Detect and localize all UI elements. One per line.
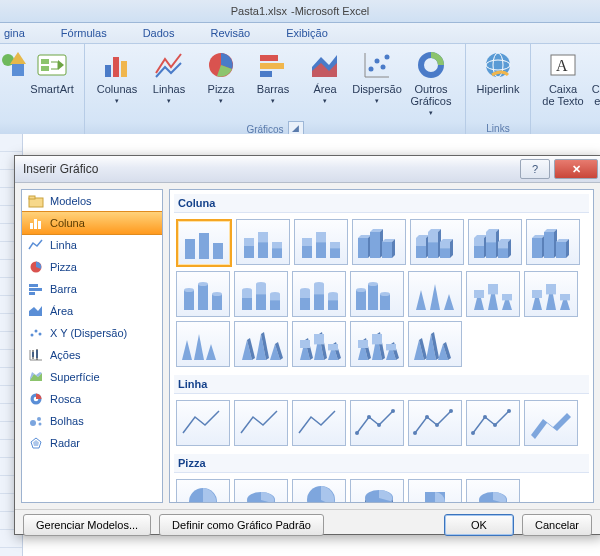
svg-marker-44	[29, 306, 42, 316]
chart-subtype-coluna-18[interactable]	[408, 321, 462, 367]
cancel-button[interactable]: Cancelar	[522, 514, 592, 536]
category-area[interactable]: Área	[22, 300, 162, 322]
svg-rect-137	[300, 290, 310, 298]
svg-rect-164	[560, 294, 570, 300]
hiperlink-button[interactable]: Hiperlink	[472, 46, 524, 95]
svg-point-209	[507, 409, 511, 413]
chart-subtype-coluna-1[interactable]	[236, 219, 290, 265]
barras-button[interactable]: Barras▾	[247, 46, 299, 107]
category-barra[interactable]: Barra	[22, 278, 162, 300]
tab-dados[interactable]: Dados	[139, 25, 179, 41]
dialog-help-button[interactable]: ?	[520, 159, 550, 179]
scatter-chart-icon	[361, 49, 393, 81]
ok-button[interactable]: OK	[444, 514, 514, 536]
category-xy[interactable]: X Y (Dispersão)	[22, 322, 162, 344]
chart-subtype-coluna-7[interactable]	[176, 271, 230, 317]
category-linha[interactable]: Linha	[22, 234, 162, 256]
linhas-button[interactable]: Linhas▾	[143, 46, 195, 107]
colunas-button[interactable]: Colunas▾	[91, 46, 143, 107]
chart-subtype-coluna-9[interactable]	[292, 271, 346, 317]
svg-rect-36	[29, 196, 35, 199]
chart-subtype-pizza-5[interactable]	[466, 479, 520, 503]
outros-graficos-button[interactable]: Outros Gráficos▾	[403, 46, 459, 119]
chart-subtype-pizza-0[interactable]	[176, 479, 230, 503]
dispersao-button[interactable]: Dispersão▾	[351, 46, 403, 107]
chart-gallery[interactable]: Coluna Linha Pizza	[169, 189, 594, 503]
category-modelos[interactable]: Modelos	[22, 190, 162, 212]
dialog-close-button[interactable]: ✕	[554, 159, 598, 179]
chart-subtype-coluna-17[interactable]	[350, 321, 404, 367]
svg-rect-69	[258, 232, 268, 242]
chart-subtype-coluna-12[interactable]	[466, 271, 520, 317]
tab-formulas[interactable]: Fórmulas	[57, 25, 111, 41]
svg-rect-84	[382, 242, 392, 258]
chart-category-list[interactable]: ModelosColunaLinhaPizzaBarraÁreaX Y (Dis…	[21, 189, 163, 503]
svg-rect-77	[330, 242, 340, 248]
category-rosca[interactable]: Rosca	[22, 388, 162, 410]
svg-rect-179	[314, 334, 324, 344]
chart-subtype-linha-6[interactable]	[524, 400, 578, 446]
category-coluna[interactable]: Coluna	[21, 211, 163, 235]
svg-marker-151	[430, 284, 440, 310]
chart-subtype-coluna-16[interactable]	[292, 321, 346, 367]
chart-subtype-coluna-14[interactable]	[176, 321, 230, 367]
category-bolhas[interactable]: Bolhas	[22, 410, 162, 432]
misc-button[interactable]	[0, 46, 26, 83]
category-pizza[interactable]: Pizza	[22, 256, 162, 278]
chart-subtype-coluna-8[interactable]	[234, 271, 288, 317]
category-superficie[interactable]: Superfície	[22, 366, 162, 388]
svg-point-125	[212, 292, 222, 296]
svg-rect-37	[30, 223, 33, 229]
chart-subtype-coluna-2[interactable]	[294, 219, 348, 265]
linha-icon	[28, 237, 44, 253]
chart-subtype-coluna-6[interactable]	[526, 219, 580, 265]
svg-rect-182	[328, 344, 338, 350]
chart-subtype-coluna-10[interactable]	[350, 271, 404, 317]
manage-templates-button[interactable]: Gerenciar Modelos...	[23, 514, 151, 536]
category-acoes[interactable]: Ações	[22, 344, 162, 366]
svg-marker-152	[444, 294, 454, 310]
tab-exibicao[interactable]: Exibição	[282, 25, 332, 41]
svg-point-201	[391, 409, 395, 413]
svg-point-58	[30, 420, 36, 426]
svg-rect-38	[34, 219, 37, 229]
tab-revisao[interactable]: Revisão	[206, 25, 254, 41]
svg-rect-65	[213, 243, 223, 259]
cabecalho-rodape-button[interactable]: Cabeçalho e Rodapé	[589, 46, 600, 107]
svg-point-46	[35, 330, 38, 333]
chart-subtype-pizza-1[interactable]	[234, 479, 288, 503]
svg-point-18	[369, 67, 374, 72]
chart-subtype-linha-1[interactable]	[234, 400, 288, 446]
chart-subtype-coluna-15[interactable]	[234, 321, 288, 367]
smartart-button[interactable]: SmartArt	[26, 46, 78, 95]
chart-subtype-coluna-3[interactable]	[352, 219, 406, 265]
chart-subtype-linha-0[interactable]	[176, 400, 230, 446]
chart-subtype-pizza-3[interactable]	[350, 479, 404, 503]
svg-point-205	[449, 409, 453, 413]
chart-subtype-linha-2[interactable]	[292, 400, 346, 446]
svg-point-145	[356, 288, 366, 292]
set-default-chart-button[interactable]: Definir como Gráfico Padrão	[159, 514, 324, 536]
chart-subtype-pizza-2[interactable]	[292, 479, 346, 503]
chart-subtype-linha-3[interactable]	[350, 400, 404, 446]
chart-subtype-coluna-11[interactable]	[408, 271, 462, 317]
svg-rect-122	[198, 284, 208, 310]
caixa-texto-button[interactable]: A Caixa de Texto	[537, 46, 589, 107]
svg-rect-144	[356, 290, 366, 310]
dialog-titlebar[interactable]: Inserir Gráfico ? ✕	[15, 156, 600, 183]
pizza-button[interactable]: Pizza▾	[195, 46, 247, 107]
ribbon: SmartArt Colunas▾ Linhas▾ Pizza▾ Barras▾	[0, 44, 600, 137]
chart-subtype-linha-5[interactable]	[466, 400, 520, 446]
svg-marker-166	[194, 334, 204, 360]
chart-subtype-coluna-13[interactable]	[524, 271, 578, 317]
tab-pagina[interactable]: gina	[0, 25, 29, 41]
bar-chart-icon	[257, 49, 289, 81]
chart-subtype-linha-4[interactable]	[408, 400, 462, 446]
chart-subtype-coluna-5[interactable]	[468, 219, 522, 265]
chart-subtype-coluna-4[interactable]	[410, 219, 464, 265]
chart-subtype-pizza-4[interactable]	[408, 479, 462, 503]
svg-rect-140	[314, 284, 324, 294]
category-radar[interactable]: Radar	[22, 432, 162, 454]
chart-subtype-coluna-0[interactable]	[176, 219, 232, 267]
area-button[interactable]: Área▾	[299, 46, 351, 107]
